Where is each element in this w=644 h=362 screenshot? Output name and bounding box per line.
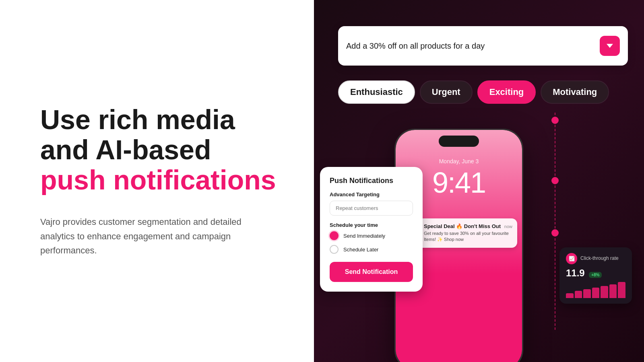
ctr-header: 📈 Click-through rate [566,253,625,264]
message-dropdown-button[interactable] [600,36,620,56]
phone-notch [439,136,479,147]
subtext: Vajro provides customer segmentation and… [40,215,266,257]
headline-pink: push notifications [40,165,276,195]
chip-enthusiastic[interactable]: Enthusiastic [338,80,415,104]
ctr-bar-chart [566,282,625,298]
chip-motivating[interactable]: Motivating [541,80,609,104]
tone-chips-container: Enthusiastic Urgent Exciting Motivating [338,80,609,104]
schedule-label: Schedule your time [330,222,413,228]
bar-2 [575,291,582,298]
message-bar: Add a 30% off on all products for a day [338,26,628,66]
push-card-title: Push Notifications [330,177,413,185]
chip-exciting[interactable]: Exciting [477,80,536,104]
bar-7 [618,282,625,298]
dashed-dot-2 [551,177,559,184]
send-immediately-radio[interactable] [330,231,339,240]
ctr-value-row: 11.9 +8% [566,267,625,279]
ctr-badge: +8% [589,272,602,278]
notification-time: now [504,224,512,229]
targeting-input[interactable] [330,201,413,216]
dashed-dot-1 [551,117,559,124]
schedule-later-label: Schedule Later [343,247,378,253]
chip-urgent[interactable]: Urgent [420,80,473,104]
message-text: Add a 30% off on all products for a day [346,41,485,51]
notification-content: Special Deal 🔥 Don't Miss Out now Get re… [424,223,512,243]
notification-header: Special Deal 🔥 Don't Miss Out now [424,223,512,229]
bar-1 [566,293,574,298]
schedule-later-radio[interactable] [330,245,339,254]
bar-3 [583,289,591,298]
notification-body: Get ready to save 30% on all your favour… [424,230,512,243]
targeting-label: Advanced Targeting [330,191,413,197]
ctr-value: 11.9 [566,267,585,278]
send-immediately-label: Send Immediately [343,233,385,239]
send-notification-button[interactable]: Send Notification [330,262,413,282]
schedule-options: Send Immediately Schedule Later [330,231,413,254]
phone-date: Monday, June 3 [396,158,522,165]
bar-5 [601,286,608,298]
schedule-later-option[interactable]: Schedule Later [330,245,413,254]
left-panel: Use rich media and AI-based push notific… [0,0,314,362]
dashed-dot-3 [551,229,559,237]
notification-title: Special Deal 🔥 Don't Miss Out [424,223,501,229]
send-immediately-option[interactable]: Send Immediately [330,231,413,240]
chevron-down-icon [607,44,613,48]
headline-line1: Use rich media [40,104,235,135]
push-card: Push Notifications Advanced Targeting Sc… [320,167,423,292]
headline-line2: and AI-based [40,134,211,165]
dashed-line [555,113,555,330]
bar-6 [609,284,617,298]
headline: Use rich media and AI-based push notific… [40,105,282,195]
right-panel: Add a 30% off on all products for a day … [314,0,644,362]
bar-4 [592,288,600,298]
ctr-card: 📈 Click-through rate 11.9 +8% [559,247,632,304]
ctr-label: Click-through rate [580,255,619,262]
ctr-icon: 📈 [566,253,577,264]
